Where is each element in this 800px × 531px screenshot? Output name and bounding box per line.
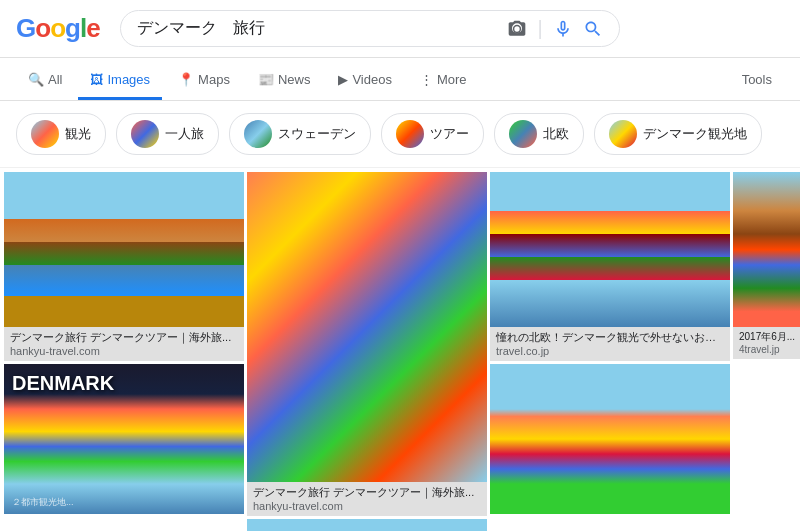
image-card-5[interactable]: DENMARK ２都市観光地... — [4, 364, 244, 514]
search-input[interactable] — [137, 20, 500, 38]
all-icon: 🔍 — [28, 72, 44, 87]
image-source-1: hankyu-travel.com — [4, 345, 244, 361]
chip-thumb — [244, 120, 272, 148]
image-title-4: 2017年6月... — [733, 327, 800, 344]
tab-images[interactable]: 🖼 Images — [78, 62, 162, 100]
chip-solo[interactable]: 一人旅 — [116, 113, 219, 155]
header: Google | — [0, 0, 800, 58]
image-source-5-overlay: ２都市観光地... — [12, 496, 74, 509]
image-card-7[interactable] — [490, 364, 730, 514]
search-icons: | — [507, 17, 602, 40]
image-source-4: 4travel.jp — [733, 344, 800, 359]
image-grid: デンマーク旅行 デンマークツアー｜海外旅... hankyu-travel.co… — [0, 168, 800, 531]
image-column-2: デンマーク旅行 デンマークツアー｜海外旅... hankyu-travel.co… — [247, 172, 487, 531]
image-column-3: 憧れの北欧！デンマーク観光で外せないおす... travel.co.jp — [490, 172, 730, 531]
image-column-1: デンマーク旅行 デンマークツアー｜海外旅... hankyu-travel.co… — [4, 172, 244, 531]
image-card-3[interactable]: 憧れの北欧！デンマーク観光で外せないおす... travel.co.jp — [490, 172, 730, 361]
image-card-4[interactable]: 2017年6月... 4travel.jp — [733, 172, 800, 359]
image-title-3: 憧れの北欧！デンマーク観光で外せないおす... — [490, 327, 730, 345]
image-card-6[interactable] — [247, 519, 487, 531]
news-icon: 📰 — [258, 72, 274, 87]
tab-news[interactable]: 📰 News — [246, 62, 323, 100]
search-bar: | — [120, 10, 620, 47]
chip-denmark-sightseeing[interactable]: デンマーク観光地 — [594, 113, 762, 155]
tab-all[interactable]: 🔍 All — [16, 62, 74, 100]
chip-scandinavia[interactable]: 北欧 — [494, 113, 584, 155]
image-title-1: デンマーク旅行 デンマークツアー｜海外旅... — [4, 327, 244, 345]
images-icon: 🖼 — [90, 72, 103, 87]
chip-thumb — [396, 120, 424, 148]
image-card-2[interactable]: デンマーク旅行 デンマークツアー｜海外旅... hankyu-travel.co… — [247, 172, 487, 516]
chip-thumb — [131, 120, 159, 148]
tools-tab[interactable]: Tools — [730, 62, 784, 100]
tab-more[interactable]: ⋮ More — [408, 62, 479, 100]
image-source-3: travel.co.jp — [490, 345, 730, 361]
chip-thumb — [609, 120, 637, 148]
tab-videos[interactable]: ▶ Videos — [326, 62, 404, 100]
image-title-2: デンマーク旅行 デンマークツアー｜海外旅... — [247, 482, 487, 500]
maps-icon: 📍 — [178, 72, 194, 87]
videos-icon: ▶ — [338, 72, 348, 87]
nav-tabs: 🔍 All 🖼 Images 📍 Maps 📰 News ▶ Videos ⋮ … — [0, 58, 800, 101]
camera-icon[interactable] — [507, 19, 527, 39]
image-column-4: 2017年6月... 4travel.jp — [733, 172, 800, 531]
tab-maps[interactable]: 📍 Maps — [166, 62, 242, 100]
google-logo: Google — [16, 13, 100, 44]
search-submit-icon[interactable] — [583, 19, 603, 39]
tools-button[interactable]: Tools — [730, 62, 784, 100]
chip-sweden[interactable]: スウェーデン — [229, 113, 371, 155]
filter-bar: 観光 一人旅 スウェーデン ツアー 北欧 デンマーク観光地 — [0, 101, 800, 168]
mic-icon[interactable] — [553, 19, 573, 39]
chip-sightseeing[interactable]: 観光 — [16, 113, 106, 155]
denmark-overlay-text: DENMARK — [12, 372, 114, 395]
more-icon: ⋮ — [420, 72, 433, 87]
image-source-2: hankyu-travel.com — [247, 500, 487, 516]
image-card-1[interactable]: デンマーク旅行 デンマークツアー｜海外旅... hankyu-travel.co… — [4, 172, 244, 361]
chip-thumb — [31, 120, 59, 148]
chip-thumb — [509, 120, 537, 148]
chip-tour[interactable]: ツアー — [381, 113, 484, 155]
